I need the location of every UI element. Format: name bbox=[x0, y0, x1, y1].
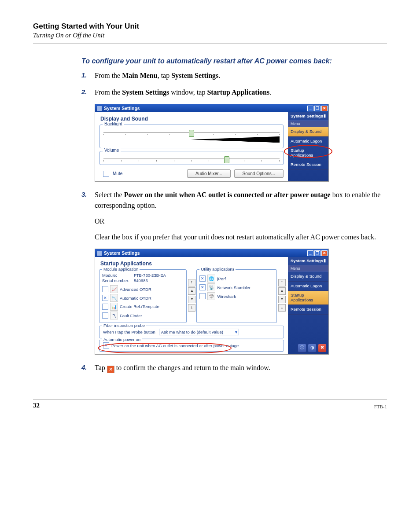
step-4: 4. Tap ✕ to confirm the changes and retu… bbox=[81, 363, 387, 373]
battery-icon: ▮ bbox=[324, 114, 326, 118]
reorder-buttons: ⤒ ▲ ▼ ⤓ bbox=[188, 279, 195, 323]
backlight-group: Backlight bbox=[99, 125, 284, 148]
checkbox[interactable]: ✕ bbox=[102, 295, 108, 301]
app-row-network-stumbler[interactable]: ✕ 📡 Network Stumbler bbox=[199, 283, 274, 292]
volume-legend: Volume bbox=[103, 148, 121, 153]
module-legend: Module application bbox=[102, 267, 140, 272]
move-down-button[interactable]: ▼ bbox=[188, 296, 195, 303]
header-rule bbox=[33, 44, 387, 44]
window-icon bbox=[97, 251, 102, 256]
move-top-button[interactable]: ⤒ bbox=[278, 279, 286, 286]
app-label: Create Ref./Template bbox=[120, 305, 159, 309]
app-icon: 📊 bbox=[110, 303, 118, 311]
window-titlebar: System Settings _ ❐ ✕ bbox=[95, 249, 328, 257]
serial-value: 540683 bbox=[134, 278, 148, 283]
move-up-button[interactable]: ▲ bbox=[188, 287, 195, 295]
checkbox[interactable]: ✕ bbox=[199, 275, 206, 282]
sidebar-item-display-sound[interactable]: Display & Sound bbox=[288, 272, 328, 281]
step-1: 1. From the Main Menu, tap System Settin… bbox=[81, 70, 387, 81]
app-row-automatic-otdr[interactable]: ✕ 📉 Automatic OTDR bbox=[102, 294, 184, 302]
move-up-button[interactable]: ▲ bbox=[278, 287, 286, 295]
sidebar-item-automatic-logon[interactable]: Automatic Logon bbox=[288, 137, 328, 146]
sound-options-button[interactable]: Sound Options... bbox=[234, 169, 284, 178]
sidebar-item-startup-applications[interactable]: Startup Applications bbox=[288, 291, 328, 305]
app-row-wireshark[interactable]: 🦈 Wireshark bbox=[199, 292, 274, 301]
sidebar: System Settings ▮ Menu Display & Sound A… bbox=[288, 112, 328, 181]
text: . bbox=[269, 88, 271, 96]
bold-text: Power on the unit when AC outlet is conn… bbox=[124, 191, 331, 198]
step-3: 3. Select the Power on the unit when AC … bbox=[81, 190, 387, 242]
checkbox[interactable] bbox=[199, 293, 206, 299]
move-down-button[interactable]: ▼ bbox=[278, 296, 286, 303]
figure-display-sound: System Settings _ ❐ ✕ Display and Sound … bbox=[95, 104, 329, 182]
bold-text: Startup Applications bbox=[207, 88, 269, 96]
sidebar-close-button[interactable]: ✖ bbox=[318, 344, 327, 352]
automatic-power-on-group: Automatic power on ✕ Power on the unit w… bbox=[99, 340, 284, 352]
app-label: Network Stumbler bbox=[217, 285, 251, 290]
text: . bbox=[218, 72, 220, 79]
nav-button[interactable]: ◑ bbox=[308, 344, 317, 352]
window-titlebar: System Settings _ ❐ ✕ bbox=[95, 104, 328, 112]
sidebar-menu-label: Menu bbox=[288, 121, 328, 127]
close-button[interactable]: ✕ bbox=[321, 250, 328, 256]
app-label: Wireshark bbox=[217, 294, 236, 299]
model-label: FTB-1 bbox=[374, 404, 387, 409]
task-intro: To configure your unit to automatically … bbox=[33, 57, 387, 65]
checkbox[interactable] bbox=[102, 304, 108, 310]
app-row-create-ref[interactable]: 📊 Create Ref./Template bbox=[102, 302, 184, 311]
text: , tap bbox=[158, 72, 172, 79]
app-icon: 🦈 bbox=[207, 292, 215, 300]
page-number: 32 bbox=[33, 402, 40, 409]
bold-text: System Settings bbox=[122, 88, 169, 96]
panel-heading: Display and Sound bbox=[95, 112, 288, 125]
move-top-button[interactable]: ⤒ bbox=[188, 279, 195, 286]
reorder-buttons: ⤒ ▲ ▼ ⤓ bbox=[278, 279, 285, 323]
checkbox[interactable] bbox=[102, 286, 108, 292]
step-number: 1. bbox=[81, 70, 87, 81]
module-application-group: Module application Module:FTB-730-23B-EA… bbox=[99, 269, 187, 323]
volume-slider[interactable] bbox=[103, 156, 280, 162]
minimize-button[interactable]: _ bbox=[307, 250, 313, 256]
backlight-slider[interactable] bbox=[103, 129, 280, 136]
sidebar-item-remote-session[interactable]: Remote Session bbox=[288, 305, 328, 314]
minimize-button[interactable]: _ bbox=[307, 106, 313, 111]
or-label: OR bbox=[95, 216, 387, 227]
step-2: 2. From the System Settings window, tap … bbox=[81, 87, 387, 98]
mute-checkbox[interactable] bbox=[103, 171, 109, 177]
auto-power-checkbox[interactable]: ✕ bbox=[103, 342, 109, 349]
sidebar-menu-label: Menu bbox=[288, 265, 328, 272]
window-icon bbox=[97, 106, 102, 111]
app-label: jPerf bbox=[217, 276, 226, 281]
sidebar-item-display-sound[interactable]: Display & Sound bbox=[288, 127, 328, 136]
app-row-advanced-otdr[interactable]: 📈 Advanced OTDR bbox=[102, 285, 184, 294]
app-icon: 📉 bbox=[110, 294, 118, 302]
step-number: 3. bbox=[81, 190, 87, 200]
sidebar-item-automatic-logon[interactable]: Automatic Logon bbox=[288, 282, 328, 291]
checkbox[interactable] bbox=[102, 312, 108, 319]
sidebar-item-startup-applications[interactable]: Startup Applications bbox=[288, 146, 328, 160]
battery-icon: ▮ bbox=[324, 259, 326, 263]
app-icon: 〽 bbox=[110, 312, 118, 319]
app-icon: 🌐 bbox=[207, 275, 215, 283]
bold-text: System Settings bbox=[171, 72, 218, 79]
audio-mixer-button[interactable]: Audio Mixer... bbox=[187, 169, 231, 178]
checkbox[interactable]: ✕ bbox=[199, 284, 206, 290]
volume-group: Volume bbox=[99, 151, 284, 165]
move-bottom-button[interactable]: ⤓ bbox=[278, 304, 286, 312]
sidebar-item-remote-session[interactable]: Remote Session bbox=[288, 160, 328, 169]
text: Tap bbox=[95, 364, 107, 371]
maximize-button[interactable]: ❐ bbox=[314, 106, 321, 111]
app-label: Fault Finder bbox=[120, 313, 142, 318]
help-button[interactable]: ⓘ bbox=[298, 344, 306, 352]
utility-legend: Utility applications bbox=[199, 267, 236, 272]
maximize-button[interactable]: ❐ bbox=[314, 250, 321, 256]
close-button[interactable]: ✕ bbox=[321, 106, 328, 111]
app-icon: 📡 bbox=[207, 283, 215, 291]
probe-action-dropdown[interactable]: Ask me what to do (default value) bbox=[159, 329, 239, 335]
bold-text: Main Menu bbox=[122, 72, 157, 79]
auto-power-legend: Automatic power on bbox=[102, 337, 142, 342]
app-row-jperf[interactable]: ✕ 🌐 jPerf bbox=[199, 274, 274, 283]
app-row-fault-finder[interactable]: 〽 Fault Finder bbox=[102, 311, 184, 320]
step-number: 2. bbox=[81, 87, 87, 97]
move-bottom-button[interactable]: ⤓ bbox=[188, 304, 195, 312]
